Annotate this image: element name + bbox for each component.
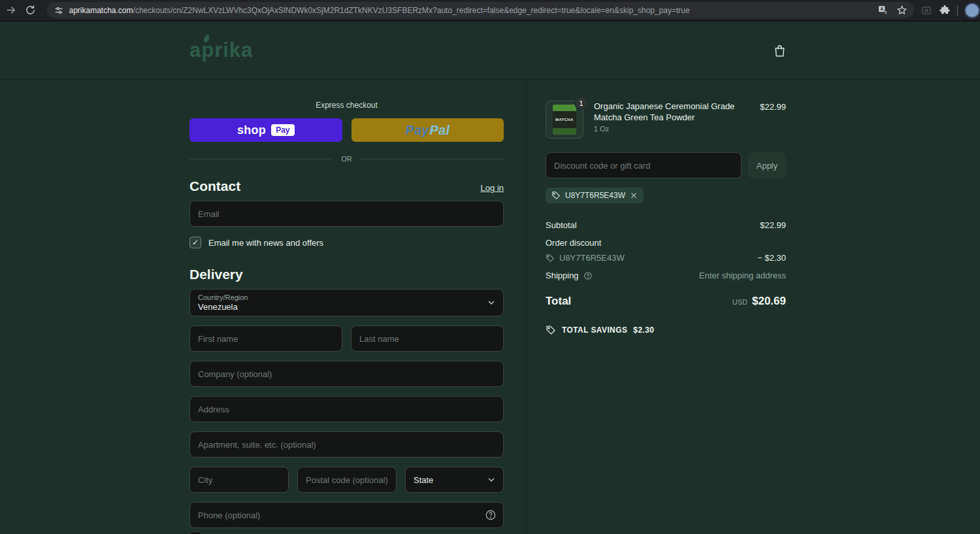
tag-icon bbox=[546, 254, 555, 263]
forward-arrow-icon bbox=[5, 5, 16, 16]
site-header: aprika bbox=[0, 22, 980, 80]
address-field[interactable] bbox=[189, 396, 504, 422]
subtotal-row: Subtotal $22.99 bbox=[546, 220, 786, 230]
apartment-field[interactable] bbox=[189, 431, 504, 458]
logo-text: aprika bbox=[189, 39, 253, 61]
company-field[interactable] bbox=[189, 361, 504, 387]
express-checkout-label: Express checkout bbox=[189, 101, 504, 110]
bookmark-star-icon[interactable] bbox=[896, 5, 907, 16]
chrome-toolbar-right bbox=[921, 3, 980, 18]
shop-pay-pay-badge: Pay bbox=[271, 124, 294, 136]
product-image-label: MATCHA bbox=[555, 118, 574, 122]
svg-text:A: A bbox=[880, 7, 883, 12]
quantity-badge: 1 bbox=[574, 96, 588, 110]
state-select[interactable]: State bbox=[405, 467, 504, 493]
login-link[interactable]: Log in bbox=[481, 183, 504, 193]
applied-discount-code: U8Y7T6R5E43W bbox=[565, 191, 625, 200]
applied-discount-chip: U8Y7T6R5E43W bbox=[546, 188, 644, 203]
city-field[interactable] bbox=[189, 467, 289, 493]
url-text: aprikamatcha.com/checkouts/cn/Z2NwLXVzLW… bbox=[69, 6, 878, 15]
paypal-button[interactable]: Pay Pal bbox=[351, 118, 504, 142]
savings-tag-icon bbox=[546, 325, 556, 335]
product-image: MATCHA bbox=[553, 105, 576, 135]
email-field[interactable] bbox=[189, 201, 504, 227]
reload-icon bbox=[25, 5, 36, 16]
subtotal-label: Subtotal bbox=[546, 220, 577, 230]
product-thumbnail: MATCHA 1 bbox=[546, 101, 583, 139]
shop-pay-button[interactable]: shop Pay bbox=[189, 118, 342, 142]
first-name-field[interactable] bbox=[189, 325, 342, 352]
order-summary: MATCHA 1 Organic Japanese Ceremonial Gra… bbox=[546, 80, 786, 335]
site-settings-icon[interactable] bbox=[54, 5, 64, 16]
cart-line-item: MATCHA 1 Organic Japanese Ceremonial Gra… bbox=[546, 101, 786, 139]
extension-dimmed-icon[interactable] bbox=[921, 5, 932, 16]
reload-button[interactable] bbox=[22, 2, 39, 19]
extensions-puzzle-icon[interactable] bbox=[939, 5, 951, 16]
country-select-label: Country/Region bbox=[198, 293, 495, 301]
paypal-pal-text: Pal bbox=[430, 123, 450, 138]
paypal-pay-text: Pay bbox=[405, 123, 429, 138]
url-path: /checkouts/cn/Z2NwLXVzLWVhc3QxOjAxSlNDWk… bbox=[133, 6, 690, 15]
checkmark-icon: ✓ bbox=[192, 238, 199, 247]
newsletter-label: Email me with news and offers bbox=[208, 238, 323, 248]
order-discount-row: Order discount bbox=[546, 238, 786, 248]
express-checkout-buttons: shop Pay Pay Pal bbox=[189, 118, 504, 142]
product-variant: 1 Oz bbox=[594, 125, 749, 133]
shipping-label: Shipping bbox=[546, 271, 579, 280]
discount-code-row: U8Y7T6R5E43W − $2.30 bbox=[546, 253, 786, 263]
order-discount-label: Order discount bbox=[546, 238, 601, 248]
phone-help-icon[interactable] bbox=[485, 509, 497, 521]
subtotal-value: $22.99 bbox=[760, 220, 786, 230]
content-divider bbox=[526, 80, 527, 534]
contact-heading: Contact bbox=[189, 178, 240, 194]
remove-discount-button[interactable] bbox=[630, 192, 638, 199]
savings-value: $2.30 bbox=[633, 325, 654, 335]
close-icon bbox=[630, 192, 638, 199]
savings-label: TOTAL SAVINGS bbox=[562, 325, 627, 335]
url-domain: aprikamatcha.com bbox=[69, 6, 133, 15]
cart-bag-icon bbox=[772, 43, 787, 58]
shipping-help-icon[interactable] bbox=[583, 271, 593, 280]
newsletter-checkbox[interactable]: ✓ bbox=[189, 237, 201, 248]
country-select-value: Venezuela bbox=[198, 302, 495, 312]
cart-button[interactable] bbox=[772, 43, 787, 61]
discount-amount: − $2.30 bbox=[757, 253, 786, 263]
save-info-checkbox-partial[interactable] bbox=[189, 531, 201, 534]
profile-avatar[interactable] bbox=[964, 3, 980, 18]
toolbar-separator bbox=[957, 5, 958, 16]
postal-code-field[interactable] bbox=[297, 467, 397, 493]
total-label: Total bbox=[546, 295, 571, 308]
or-divider: OR bbox=[189, 155, 504, 163]
chevron-down-icon bbox=[486, 297, 497, 308]
discount-code-input[interactable] bbox=[546, 152, 742, 178]
store-logo[interactable]: aprika bbox=[189, 39, 253, 62]
total-savings-row: TOTAL SAVINGS $2.30 bbox=[546, 325, 786, 335]
delivery-heading: Delivery bbox=[189, 267, 504, 282]
browser-chrome: aprikamatcha.com/checkouts/cn/Z2NwLXVzLW… bbox=[0, 0, 980, 22]
total-currency: USD bbox=[732, 298, 747, 306]
product-name: Organic Japanese Ceremonial Grade Matcha… bbox=[594, 101, 749, 123]
translate-icon[interactable]: A bbox=[877, 5, 889, 16]
checkout-form: Express checkout shop Pay Pay Pal OR Con… bbox=[189, 80, 504, 528]
forward-button[interactable] bbox=[3, 2, 20, 19]
tag-icon bbox=[551, 191, 561, 200]
product-price: $22.99 bbox=[760, 102, 786, 139]
chevron-down-icon bbox=[486, 475, 497, 485]
shipping-value: Enter shipping address bbox=[699, 271, 786, 280]
or-divider-label: OR bbox=[341, 155, 352, 163]
total-value: $20.69 bbox=[752, 295, 786, 308]
phone-field[interactable] bbox=[189, 502, 504, 528]
country-select[interactable]: Country/Region Venezuela bbox=[189, 289, 504, 316]
apply-discount-button[interactable]: Apply bbox=[748, 152, 786, 178]
shop-pay-shop-text: shop bbox=[237, 124, 266, 137]
state-select-value: State bbox=[414, 475, 433, 485]
url-bar[interactable]: aprikamatcha.com/checkouts/cn/Z2NwLXVzLW… bbox=[47, 2, 915, 18]
shipping-row: Shipping Enter shipping address bbox=[546, 271, 786, 280]
discount-code-text: U8Y7T6R5E43W bbox=[559, 253, 625, 263]
last-name-field[interactable] bbox=[351, 325, 504, 352]
total-row: Total USD $20.69 bbox=[546, 295, 786, 308]
